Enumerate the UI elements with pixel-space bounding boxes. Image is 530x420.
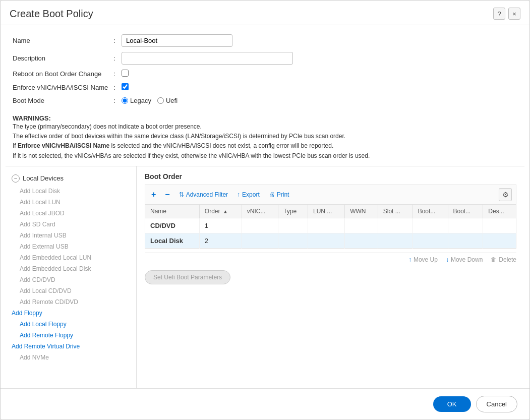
close-button[interactable]: × bbox=[508, 8, 520, 20]
left-panel: − Local Devices Add Local Disk Add Local… bbox=[6, 166, 137, 388]
legacy-radio[interactable] bbox=[122, 97, 128, 104]
settings-button[interactable]: ⚙ bbox=[499, 188, 512, 201]
export-icon: ↑ bbox=[237, 191, 240, 198]
add-local-jbod[interactable]: Add Local JBOD bbox=[6, 208, 136, 219]
add-local-cd-dvd[interactable]: Add Local CD/DVD bbox=[6, 285, 136, 296]
description-label: Description bbox=[13, 54, 113, 62]
col-type: Type bbox=[278, 204, 308, 218]
right-panel: Boot Order + − ⇅ Advanced Filter ↑ Expor… bbox=[137, 166, 524, 388]
move-down-button[interactable]: ↓ Move Down bbox=[446, 256, 483, 263]
enforce-row: Enforce vNIC/vHBA/iSCSI Name : bbox=[13, 83, 517, 92]
add-cd-dvd[interactable]: Add CD/DVD bbox=[6, 274, 136, 285]
main-content: − Local Devices Add Local Disk Add Local… bbox=[6, 166, 524, 388]
move-up-label: Move Up bbox=[414, 256, 438, 263]
warning-line3-bold: Enforce vNIC/vHBA/iSCSI Name bbox=[18, 142, 109, 149]
remove-button[interactable]: − bbox=[163, 189, 171, 200]
warning-line4: If it is not selected, the vNICs/vHBAs a… bbox=[13, 152, 370, 159]
add-local-disk[interactable]: Add Local Disk bbox=[6, 186, 136, 197]
warnings-section: WARNINGS: The type (primary/secondary) d… bbox=[1, 114, 529, 166]
add-local-floppy[interactable]: Add Local Floppy bbox=[6, 319, 136, 330]
boot-order-table: Name Order ▲ vNIC... Type LUN ... WWN Sl… bbox=[145, 204, 516, 249]
legacy-label: Legacy bbox=[130, 97, 151, 104]
sort-icon: ▲ bbox=[223, 209, 228, 214]
print-label: Print bbox=[277, 191, 289, 198]
name-label: Name bbox=[13, 37, 113, 44]
local-devices-header[interactable]: − Local Devices bbox=[6, 171, 136, 186]
reboot-row: Reboot on Boot Order Change : bbox=[13, 70, 517, 78]
boot-order-title: Boot Order bbox=[145, 172, 516, 181]
uefi-radio-label[interactable]: Uefi bbox=[157, 97, 178, 104]
boot-table-body: CD/DVD1Local Disk2 bbox=[145, 218, 516, 248]
add-embedded-local-disk[interactable]: Add Embedded Local Disk bbox=[6, 263, 136, 274]
filter-button[interactable]: ⇅ Advanced Filter bbox=[177, 190, 230, 199]
col-boot1: Boot... bbox=[413, 204, 448, 218]
header-icons: ? × bbox=[493, 8, 520, 20]
ok-button[interactable]: OK bbox=[433, 396, 471, 412]
add-external-usb[interactable]: Add External USB bbox=[6, 241, 136, 252]
legacy-radio-label[interactable]: Legacy bbox=[122, 97, 151, 104]
move-down-label: Move Down bbox=[451, 256, 483, 263]
description-control bbox=[122, 52, 293, 65]
enforce-control bbox=[122, 83, 293, 92]
create-boot-policy-dialog: Create Boot Policy ? × Name : Descriptio… bbox=[0, 0, 530, 420]
add-embedded-local-lun[interactable]: Add Embedded Local LUN bbox=[6, 252, 136, 263]
name-input[interactable] bbox=[122, 34, 232, 47]
add-remote-virtual-drive[interactable]: Add Remote Virtual Drive bbox=[6, 341, 136, 352]
add-sd-card[interactable]: Add SD Card bbox=[6, 219, 136, 230]
delete-label: Delete bbox=[499, 256, 516, 263]
delete-icon: 🗑 bbox=[491, 256, 497, 263]
reboot-checkbox[interactable] bbox=[122, 70, 129, 77]
warning-line1: The type (primary/secondary) does not in… bbox=[13, 123, 202, 130]
table-row[interactable]: Local Disk2 bbox=[145, 233, 516, 248]
print-button[interactable]: 🖨 Print bbox=[267, 190, 291, 199]
uefi-boot-parameters-button[interactable]: Set Uefi Boot Parameters bbox=[145, 270, 230, 284]
bottom-actions: ↑ Move Up ↓ Move Down 🗑 Delete bbox=[145, 253, 516, 266]
form-section: Name : Description : Reboot on Boot Orde… bbox=[1, 25, 529, 114]
col-wwn: WWN bbox=[345, 204, 378, 218]
uefi-radio[interactable] bbox=[157, 97, 164, 104]
col-vnic: vNIC... bbox=[242, 204, 278, 218]
export-label: Export bbox=[242, 191, 260, 198]
boot-mode-row: Boot Mode : Legacy Uefi bbox=[13, 97, 517, 104]
add-remote-cd-dvd[interactable]: Add Remote CD/DVD bbox=[6, 296, 136, 308]
col-des: Des... bbox=[483, 204, 516, 218]
col-lun: LUN ... bbox=[308, 204, 344, 218]
add-internal-usb[interactable]: Add Internal USB bbox=[6, 230, 136, 241]
col-slot: Slot ... bbox=[378, 204, 413, 218]
add-nvme[interactable]: Add NVMe bbox=[6, 352, 136, 363]
add-local-lun[interactable]: Add Local LUN bbox=[6, 197, 136, 208]
dialog-footer: OK Cancel bbox=[1, 388, 529, 419]
table-toolbar: + − ⇅ Advanced Filter ↑ Export 🖨 Print bbox=[145, 185, 516, 204]
enforce-checkbox[interactable] bbox=[122, 83, 129, 90]
minus-icon: − bbox=[165, 190, 169, 199]
uefi-label: Uefi bbox=[166, 97, 178, 104]
warning-line2: The effective order of boot devices with… bbox=[13, 133, 345, 140]
boot-mode-control: Legacy Uefi bbox=[122, 97, 293, 104]
col-name: Name bbox=[145, 204, 200, 218]
print-icon: 🖨 bbox=[269, 191, 275, 198]
warning-line3-post: is selected and the vNIC/vHBA/iSCSI does… bbox=[109, 142, 333, 149]
collapse-icon[interactable]: − bbox=[12, 174, 20, 183]
move-up-icon: ↑ bbox=[408, 256, 411, 263]
dialog-header: Create Boot Policy ? × bbox=[1, 1, 529, 25]
description-input[interactable] bbox=[122, 52, 293, 65]
col-boot2: Boot... bbox=[448, 204, 483, 218]
help-button[interactable]: ? bbox=[493, 8, 505, 20]
table-row[interactable]: CD/DVD1 bbox=[145, 218, 516, 233]
enforce-label: Enforce vNIC/vHBA/iSCSI Name bbox=[13, 84, 113, 91]
add-button[interactable]: + bbox=[149, 189, 158, 200]
delete-button[interactable]: 🗑 Delete bbox=[491, 256, 516, 263]
move-up-button[interactable]: ↑ Move Up bbox=[408, 256, 438, 263]
add-floppy-section[interactable]: Add Floppy bbox=[6, 308, 136, 319]
reboot-label: Reboot on Boot Order Change bbox=[13, 70, 113, 78]
reboot-control bbox=[122, 70, 293, 78]
add-remote-floppy[interactable]: Add Remote Floppy bbox=[6, 330, 136, 341]
cancel-button[interactable]: Cancel bbox=[476, 396, 517, 412]
add-icon: + bbox=[151, 190, 156, 199]
export-button[interactable]: ↑ Export bbox=[235, 190, 262, 199]
dialog-title: Create Boot Policy bbox=[10, 8, 93, 20]
name-control bbox=[122, 34, 293, 47]
move-down-icon: ↓ bbox=[446, 256, 449, 263]
warnings-title: WARNINGS: bbox=[13, 114, 517, 122]
table-header-row: Name Order ▲ vNIC... Type LUN ... WWN Sl… bbox=[145, 204, 516, 218]
